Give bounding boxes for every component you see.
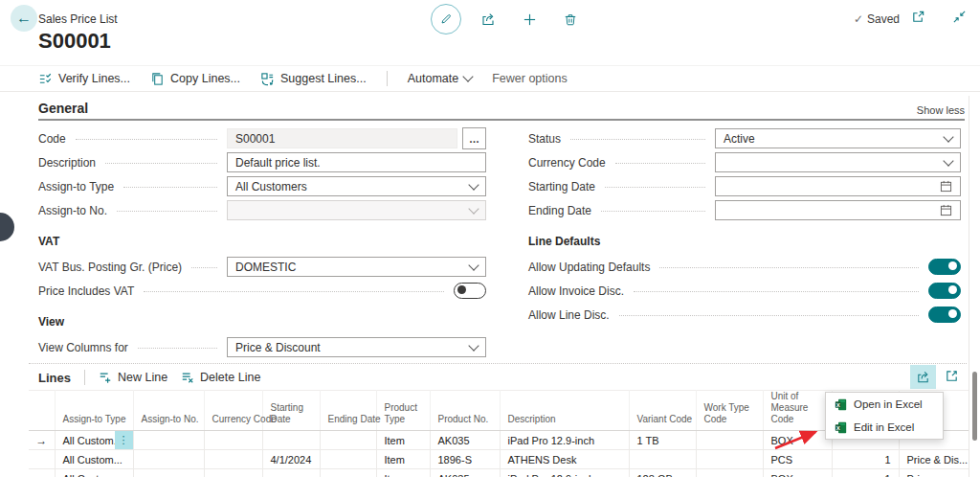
cell-minimum-quantity[interactable]: 1	[832, 469, 899, 477]
cell-product-type[interactable]: Item	[376, 431, 430, 450]
chevron-down-icon	[468, 179, 479, 190]
menu-item-edit-in-excel[interactable]: X Edit in Excel	[826, 416, 943, 439]
share-button[interactable]	[474, 5, 502, 34]
verify-lines-button[interactable]: Verify Lines...	[38, 72, 130, 86]
allow-updating-defaults-toggle[interactable]	[928, 259, 961, 275]
cell-unit-of-measure-code[interactable]: BOX	[763, 431, 832, 450]
back-button[interactable]: ←	[11, 5, 37, 32]
col-starting-date[interactable]: Starting Date	[262, 391, 320, 431]
row-selector-cell: →	[29, 431, 55, 450]
cell-ending-date[interactable]	[320, 431, 376, 450]
cell-assign-to-type[interactable]: All Custom...	[55, 450, 133, 469]
field-starting-date: Starting Date	[528, 174, 961, 198]
col-product-no[interactable]: Product No.	[430, 391, 500, 431]
divider	[84, 370, 85, 385]
page-title: S00001	[38, 29, 111, 54]
code-input[interactable]: S00001	[227, 128, 457, 148]
currency-code-select[interactable]	[715, 152, 961, 172]
edit-button[interactable]	[431, 4, 461, 34]
col-unit-of-measure-code[interactable]: Unit of Measure Code	[763, 391, 832, 431]
lines-share-button-active[interactable]	[910, 365, 936, 389]
col-work-type-code[interactable]: Work Type Code	[696, 391, 763, 431]
dotted-leader	[619, 314, 919, 316]
focus-mode-button[interactable]	[945, 369, 959, 383]
copy-lines-button[interactable]: Copy Lines...	[150, 72, 240, 86]
col-ending-date[interactable]: Ending Date	[320, 391, 376, 431]
field-description: Description Default price list.	[38, 150, 486, 174]
field-allow-invoice-disc: Allow Invoice Disc.	[528, 279, 961, 303]
allow-invoice-disc-toggle[interactable]	[928, 283, 961, 299]
collapse-window-button[interactable]	[952, 10, 967, 24]
field-code: Code S00001 …	[38, 126, 486, 150]
suggest-lines-button[interactable]: Suggest Lines...	[260, 72, 367, 86]
cell-currency-code[interactable]	[204, 450, 262, 469]
cell-description[interactable]: ATHENS Desk	[500, 450, 629, 469]
cell-product-type[interactable]: Item	[376, 469, 430, 477]
cell-currency-code[interactable]	[204, 431, 262, 450]
cell-unit-of-measure-code[interactable]: BOX	[763, 469, 832, 477]
cell-product-no[interactable]: AK035	[430, 431, 500, 450]
verify-lines-label: Verify Lines...	[58, 72, 130, 85]
col-product-type[interactable]: Product Type	[376, 391, 430, 431]
starting-date-input[interactable]	[715, 176, 961, 196]
menu-item-open-in-excel[interactable]: X Open in Excel	[826, 393, 943, 416]
open-in-new-window-button[interactable]	[911, 10, 925, 24]
col-assign-to-type[interactable]: Assign-to Type	[55, 391, 133, 431]
new-line-button[interactable]: New Line	[99, 371, 167, 384]
cell-variant-code[interactable]: 128 GB	[629, 469, 696, 477]
delete-line-button[interactable]: Delete Line	[181, 371, 260, 384]
cell-unit-of-measure-code[interactable]: PCS	[763, 450, 832, 469]
cell-work-type-code[interactable]	[696, 469, 763, 477]
delete-button[interactable]	[556, 5, 585, 34]
cell-ending-date[interactable]	[320, 469, 376, 477]
col-description[interactable]: Description	[500, 391, 629, 431]
cell-assign-to-type[interactable]: All Custom...	[55, 469, 133, 477]
scrollbar-track	[969, 96, 969, 477]
cell-assign-to-type[interactable]: All Custom... ⋮	[55, 431, 133, 450]
cell-variant-code[interactable]: 1 TB	[629, 431, 696, 450]
cell-product-no[interactable]: AK035	[430, 469, 500, 477]
cell-assign-to-no[interactable]	[133, 469, 204, 477]
price-includes-vat-toggle[interactable]	[454, 283, 486, 299]
col-assign-to-no[interactable]: Assign-to No.	[133, 391, 204, 431]
description-input[interactable]: Default price list.	[227, 152, 486, 172]
cell-minimum-quantity[interactable]: 1	[832, 450, 899, 469]
cell-description[interactable]: iPad Pro 12.9-inch	[500, 469, 629, 477]
allow-line-disc-toggle[interactable]	[928, 307, 961, 323]
show-less-link[interactable]: Show less	[917, 104, 965, 119]
row-menu-dots-button[interactable]: ⋮	[115, 431, 133, 449]
cell-assign-to-no[interactable]	[133, 431, 204, 450]
col-currency-code[interactable]: Currency Code	[204, 391, 262, 431]
ending-date-input[interactable]	[715, 200, 961, 220]
cell-starting-date[interactable]	[262, 431, 320, 450]
status-select[interactable]: Active	[715, 128, 961, 148]
cell-product-no[interactable]: 1896-S	[430, 450, 500, 469]
cell-description[interactable]: iPad Pro 12.9-inch	[500, 431, 629, 450]
cell-ending-date[interactable]	[320, 450, 376, 469]
scrollbar-thumb[interactable]	[972, 372, 977, 441]
view-columns-for-select[interactable]: Price & Discount	[227, 337, 486, 357]
fewer-options-button[interactable]: Fewer options	[492, 72, 568, 85]
cell-currency-code[interactable]	[204, 469, 262, 477]
cell-variant-code[interactable]	[629, 450, 696, 469]
suggest-lines-label: Suggest Lines...	[280, 72, 367, 85]
automate-menu-button[interactable]: Automate	[408, 72, 473, 85]
cell-starting-date[interactable]	[262, 469, 320, 477]
assign-to-type-select[interactable]: All Customers	[227, 176, 486, 196]
code-assist-button[interactable]: …	[462, 127, 486, 149]
cell-product-type[interactable]: Item	[376, 450, 430, 469]
action-bar: Verify Lines... Copy Lines... Suggest Li…	[38, 67, 568, 90]
new-button[interactable]	[515, 5, 544, 34]
cell-starting-date[interactable]: 4/1/2024	[262, 450, 320, 469]
cell-work-type-code[interactable]	[696, 431, 763, 450]
code-label: Code	[38, 132, 66, 146]
cell-work-type-code[interactable]	[696, 450, 763, 469]
cell-amount-type[interactable]: Price & Dis...	[899, 450, 969, 469]
cell-amount-type[interactable]: Price	[899, 469, 969, 477]
pane-handle[interactable]	[0, 213, 14, 241]
vat-bus-posting-group-select[interactable]: DOMESTIC	[227, 257, 486, 277]
col-variant-code[interactable]: Variant Code	[629, 391, 696, 431]
row-selector-cell	[29, 469, 55, 477]
field-currency-code: Currency Code	[528, 150, 961, 174]
cell-assign-to-no[interactable]	[133, 450, 204, 469]
